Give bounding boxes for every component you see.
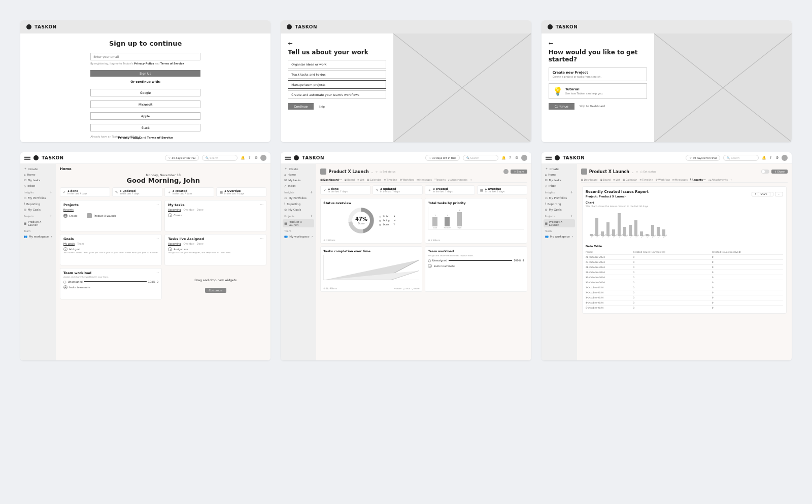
gear-icon[interactable]: ⚙ [515,156,519,160]
sidebar-portfolios[interactable]: ▭ My Portfolios [283,195,314,200]
sidebar-create[interactable]: ＋ Create [22,166,54,172]
tab-reports[interactable]: ⫴ Reports [434,178,446,181]
help-icon[interactable]: ? [768,156,773,160]
sidebar-portfolios[interactable]: ▭ My Portfolios [22,195,54,200]
more-link[interactable]: + More [394,287,402,290]
onb1-opt-3[interactable]: Create and automate your team's workflow… [288,90,386,99]
insights-add-icon[interactable]: + [570,190,573,194]
tab-workflow[interactable]: ⚙ Workflow [656,178,670,181]
search-input[interactable]: 🔍 Search [202,155,238,161]
tab-attachments[interactable]: ⫘ Attachments [708,178,728,181]
sidebar-create[interactable]: ＋ Create [544,166,575,172]
tab-workflow[interactable]: ⚙ Workflow [400,178,414,181]
tab-upcoming[interactable]: Upcoming [168,208,181,212]
projects-add-icon[interactable]: + [570,214,573,218]
projects-add-icon[interactable]: + [310,214,313,218]
set-status-button[interactable]: ○ Set status [380,170,395,173]
sso-apple[interactable]: Apple [90,112,200,120]
create-task-button[interactable]: +Create [168,213,263,217]
tab-attachments[interactable]: ⫘ Attachments [448,178,467,181]
star-icon[interactable]: ☆ [376,170,378,173]
menu-icon[interactable] [546,156,552,160]
tab-overdue[interactable]: Overdue [183,242,194,246]
customize-button[interactable]: Customize [205,288,226,293]
help-icon[interactable]: ? [508,156,513,160]
more-icon[interactable]: ⋯ [155,237,159,241]
tab-overdue[interactable]: Overdue [183,208,194,212]
trial-pill[interactable]: ♡ 30 days left in trial [165,155,199,161]
skip-link[interactable]: Skip [319,105,325,108]
tab-dashboard[interactable]: ▦ Dashboard [581,178,598,181]
insights-add-icon[interactable]: + [49,190,52,194]
tab-board[interactable]: ▣ Board [345,178,355,181]
email-input[interactable] [90,53,200,60]
insights-add-icon[interactable]: + [310,190,313,194]
continue-button[interactable]: Continue [549,103,574,110]
sidebar-inbox[interactable]: △ Inbox [544,183,575,188]
sidebar-inbox[interactable]: △ Inbox [22,183,54,188]
tab-done[interactable]: Done [197,242,204,246]
filters-button[interactable]: ⚙ 2 Filters [428,239,439,242]
sidebar-create[interactable]: ＋ Create [283,166,314,172]
project-link[interactable]: Product X Launch [94,214,116,217]
tab-teamgoals[interactable]: Team [77,242,84,246]
add-goal-button[interactable]: +Add goal [63,247,158,251]
create-project-button[interactable]: +Create [63,214,78,218]
tab-reports[interactable]: ⫴ Reports ⋯ [690,178,706,181]
member-avatar[interactable] [503,169,509,174]
back-arrow-icon[interactable]: ← [288,40,292,47]
onb1-opt-2[interactable]: Manage team projects [288,80,386,89]
sidebar-reporting[interactable]: ⫴ Reporting [22,201,54,207]
sidebar-goals[interactable]: ◎ My Goals [22,207,54,212]
tab-done[interactable]: Done [197,208,204,212]
more-icon[interactable]: ⋯ [260,237,263,241]
gear-icon[interactable]: ⚙ [254,156,258,160]
sidebar-home[interactable]: ⌂ Home [544,172,575,177]
share-button[interactable]: ⇪ Share [752,192,773,196]
sidebar-workspace[interactable]: 👥 My workspace › [283,233,314,239]
invite-teammate-button[interactable]: +Invite teammate [428,264,524,268]
menu-icon[interactable] [285,156,291,160]
avatar[interactable] [260,155,266,161]
filters-button[interactable]: ⚙ 2 Filters [323,239,335,242]
bell-icon[interactable]: 🔔 [762,156,766,160]
more-icon[interactable]: ⋯ [260,203,263,207]
sso-google[interactable]: Google [90,89,200,96]
filters-button[interactable]: ⚙ No Filters [323,287,337,290]
tab-add-icon[interactable]: + [730,178,732,181]
onb2-tutorial[interactable]: 💡 Tutorial See how Taskon can help you. [549,83,647,99]
sidebar-goals[interactable]: ◎ My Goals [283,207,314,212]
chevron-down-icon[interactable]: ⌄ [371,170,374,174]
sidebar-reporting[interactable]: ⫴ Reporting [283,201,314,207]
tab-dashboard[interactable]: ▦ Dashboard ⋯ [320,178,342,181]
sidebar-mytasks[interactable]: ☑ My tasks [283,178,314,183]
search-input[interactable]: 🔍 Search [463,155,498,161]
sidebar-workspace[interactable]: 👥 My workspace › [22,233,54,239]
invite-teammate-button[interactable]: +Invite teammate [63,285,158,289]
tab-list[interactable]: ≡ List [357,178,364,181]
signup-button[interactable]: Sign Up [90,70,200,77]
sidebar-workspace[interactable]: 👥 My workspace › [544,233,575,239]
tab-board[interactable]: ▣ Board [600,178,611,181]
tab-timeline[interactable]: ≡ Timeline [384,178,397,181]
set-status-button[interactable]: ○ Set status [640,170,656,173]
trial-pill[interactable]: ♡ 30 days left in trial [686,155,720,161]
assign-task-button[interactable]: +Assign task [168,247,263,251]
avatar[interactable] [521,155,527,161]
menu-icon[interactable] [24,156,30,160]
onb2-create-project[interactable]: Create new Project Create a project or t… [549,68,647,81]
toggle[interactable] [761,170,769,174]
onb1-opt-0[interactable]: Organize ideas or work [288,60,386,69]
sidebar-proj1[interactable]: ▦ Product X Launch [22,219,54,227]
search-input[interactable]: 🔍 Search [723,155,759,161]
sidebar-proj1[interactable]: ▦ Product X Launch [283,219,314,227]
help-icon[interactable]: ? [247,156,252,160]
sidebar-home[interactable]: ⌂ Home [283,172,314,177]
chevron-down-icon[interactable]: ⌄ [631,170,634,174]
tab-messages[interactable]: ✉ Messages [417,178,432,181]
skip-link[interactable]: Skip to Dashboard [580,105,605,108]
sidebar-inbox[interactable]: △ Inbox [283,183,314,188]
share-button[interactable]: ⇪ Share [511,170,527,174]
sidebar-goals[interactable]: ◎ My Goals [544,207,575,212]
sidebar-proj1[interactable]: ▦ Product X Launch [544,219,575,227]
